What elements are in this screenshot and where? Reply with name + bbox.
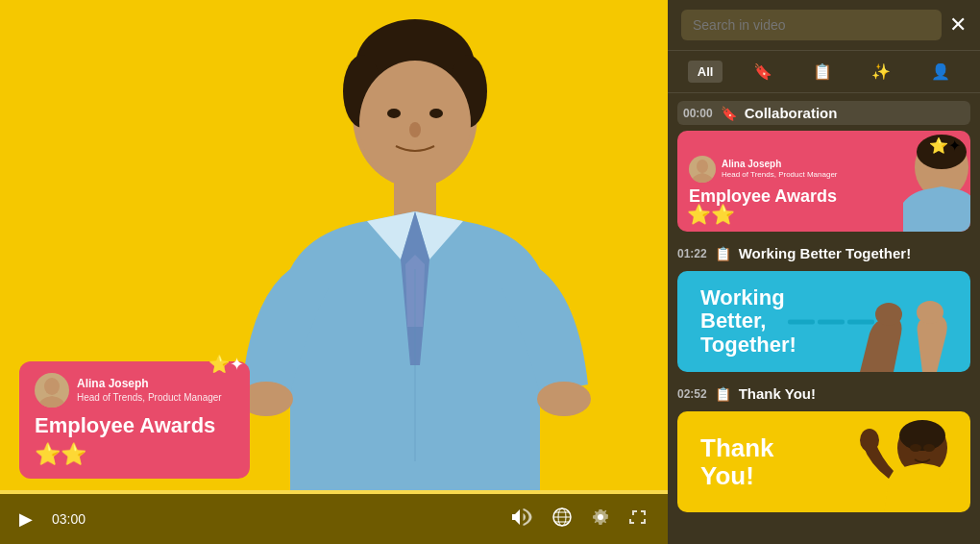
fullscreen-icon	[629, 507, 649, 532]
language-button[interactable]	[549, 504, 576, 535]
search-input[interactable]	[681, 10, 942, 40]
settings-button[interactable]	[587, 504, 614, 535]
overlay-stars-top: ⭐✦	[208, 356, 244, 373]
tab-chapters[interactable]: 📋	[803, 59, 842, 85]
tabs-row: All 🔖 📋 ✨ 👤	[668, 51, 980, 93]
scene-group-collaboration: 00:00 🔖 Collaboration	[677, 101, 970, 232]
overlay-avatar	[35, 373, 69, 408]
tab-people[interactable]: 👤	[921, 59, 960, 85]
scene-timestamp-2: 01:22	[677, 247, 707, 260]
scene-title-1: Collaboration	[745, 105, 838, 121]
svg-point-25	[860, 429, 879, 452]
search-bar: ✕	[668, 0, 980, 51]
play-button[interactable]: ▶	[15, 505, 37, 533]
scene-card-stars-bl-1: ⭐⭐	[687, 203, 735, 226]
scene-card-avatar-1	[689, 156, 716, 183]
scene-card-text-1: Alina Joseph Head of Trends, Product Man…	[689, 156, 838, 207]
scene-title-3: Thank You!	[739, 385, 816, 402]
overlay-stars-bottom: ⭐⭐	[35, 442, 234, 467]
svg-point-22	[917, 301, 943, 324]
svg-point-7	[409, 122, 421, 137]
scene-timestamp-1: 00:00	[683, 107, 713, 120]
svg-point-24	[899, 420, 945, 451]
scene-card-1[interactable]: Alina Joseph Head of Trends, Product Man…	[677, 131, 970, 232]
bookmark-icon: 🔖	[753, 63, 772, 80]
time-display: 03:00	[52, 511, 86, 527]
scene-card-3[interactable]: Thank You!	[677, 411, 970, 512]
scene-group-header-1[interactable]: 00:00 🔖 Collaboration	[677, 101, 970, 125]
volume-button[interactable]	[508, 505, 537, 534]
scene-card-2[interactable]: Working Better, Together!	[677, 271, 970, 372]
overlay-card: Alina Joseph Head of Trends, Product Man…	[19, 361, 250, 479]
svg-point-27	[923, 444, 935, 452]
right-panel: ✕ All 🔖 📋 ✨ 👤 00:00 🔖 Collaboration	[668, 0, 980, 544]
gear-icon	[591, 507, 610, 532]
fullscreen-button[interactable]	[625, 504, 652, 535]
scene-card-content-3: Thank You!	[677, 411, 970, 512]
chapters-scene-icon-3: 📋	[715, 386, 731, 402]
bookmark-scene-icon-1: 🔖	[721, 106, 737, 121]
svg-point-5	[387, 109, 401, 118]
scene-card-content-1: Alina Joseph Head of Trends, Product Man…	[677, 131, 970, 232]
scene-group-thankyou: 02:52 📋 Thank You! Thank You!	[677, 382, 970, 512]
scene-card-header-1: Alina Joseph Head of Trends, Product Man…	[689, 156, 838, 183]
scenes-list: 00:00 🔖 Collaboration	[668, 93, 980, 544]
scene-timestamp-3: 02:52	[677, 387, 707, 401]
highlights-icon: ✨	[871, 63, 891, 80]
tab-bookmarks[interactable]: 🔖	[744, 59, 782, 85]
scene-card-content-2: Working Better, Together!	[677, 271, 970, 372]
volume-icon	[512, 508, 533, 531]
svg-point-12	[44, 378, 60, 395]
chapters-scene-icon-2: 📋	[715, 246, 731, 261]
scene-card-working-title: Working Better, Together!	[689, 277, 823, 366]
svg-point-10	[537, 382, 591, 416]
video-controls: ▶ 03:00	[0, 494, 668, 544]
tab-all[interactable]: All	[688, 61, 723, 83]
scene-title-2: Working Better Together!	[739, 245, 911, 261]
people-icon: 👤	[931, 63, 950, 80]
overlay-person-title: Head of Trends, Product Manager	[77, 391, 222, 404]
play-icon: ▶	[19, 508, 33, 530]
svg-point-21	[875, 303, 902, 326]
svg-point-26	[910, 444, 921, 452]
globe-icon	[552, 507, 572, 532]
scene-group-header-2[interactable]: 01:22 📋 Working Better Together!	[677, 241, 970, 265]
overlay-name-block: Alina Joseph Head of Trends, Product Man…	[77, 377, 222, 405]
close-button[interactable]: ✕	[949, 14, 967, 36]
scene-group-header-3[interactable]: 02:52 📋 Thank You!	[677, 382, 970, 406]
scene-card-stars-tr-1: ⭐✦	[929, 136, 961, 155]
svg-point-18	[697, 160, 708, 173]
scene-group-working: 01:22 📋 Working Better Together! Working…	[677, 241, 970, 372]
scene-person-name-1: Alina Joseph	[722, 158, 838, 170]
scene-card-thankyou-title: Thank You!	[689, 425, 814, 499]
svg-point-6	[429, 109, 443, 118]
scene-card-person-3	[836, 411, 970, 512]
video-panel: Alina Joseph Head of Trends, Product Man…	[0, 0, 668, 544]
scene-person-title-1: Head of Trends, Product Manager	[722, 170, 838, 180]
chapters-icon: 📋	[813, 63, 832, 80]
overlay-main-title: Employee Awards	[35, 413, 234, 438]
tab-highlights[interactable]: ✨	[862, 59, 900, 85]
close-icon: ✕	[949, 12, 967, 37]
video-person	[213, 0, 617, 490]
scene-card-name-block-1: Alina Joseph Head of Trends, Product Man…	[722, 158, 838, 180]
overlay-person-name: Alina Joseph	[77, 377, 222, 392]
